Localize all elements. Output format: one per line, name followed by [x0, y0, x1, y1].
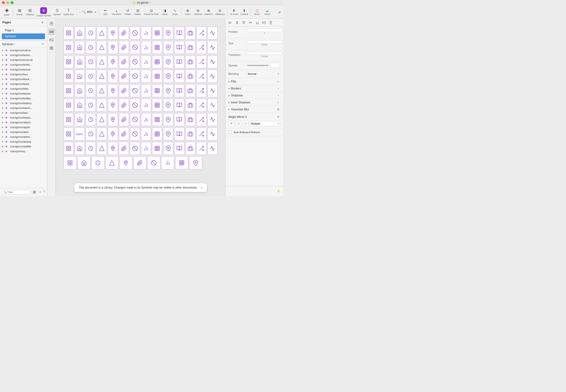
list-item[interactable]: ▶ ◈ icon/gizmo/book — [0, 82, 47, 86]
icon-cell[interactable] — [174, 127, 184, 140]
icon-cell[interactable] — [174, 98, 184, 112]
icon-cell[interactable] — [119, 113, 129, 126]
icon-cell[interactable] — [185, 127, 195, 140]
icon-cell[interactable] — [196, 84, 206, 97]
magic-mirror-select[interactable]: Multiple — [250, 121, 280, 126]
width-input[interactable] — [247, 40, 282, 43]
icon-cell[interactable] — [174, 142, 184, 155]
icon-cell[interactable] — [86, 127, 96, 140]
icon-cell[interactable] — [185, 55, 195, 68]
icon-cell[interactable] — [86, 41, 96, 54]
icon-cell[interactable] — [152, 142, 162, 155]
icon-cell[interactable] — [207, 70, 218, 83]
list-item[interactable]: ▶ ◈ icon/gizmo/broccoli — [0, 57, 47, 62]
add-page-button[interactable]: + — [40, 20, 44, 25]
list-item[interactable]: ▶ ◈ icon/gizmo/busin... — [0, 53, 47, 57]
fills-add-button[interactable]: + — [276, 80, 280, 84]
icon-cell[interactable] — [130, 142, 140, 155]
x-input[interactable] — [247, 29, 282, 32]
list-item[interactable]: ▶ ◈ icon/gizmo/alert — [0, 130, 47, 134]
icon-cell[interactable] — [75, 142, 85, 155]
icon-cell[interactable] — [196, 70, 206, 83]
canvas-panel-upload-icon[interactable] — [48, 20, 55, 27]
align-top-button[interactable] — [241, 20, 247, 26]
icon-cell[interactable] — [207, 41, 218, 54]
icon-cell[interactable] — [75, 70, 85, 83]
icon-cell[interactable] — [141, 55, 151, 68]
icon-cell[interactable] — [152, 70, 162, 83]
page-item-symbols[interactable]: Symbols — [2, 33, 45, 39]
icon-cell[interactable] — [207, 84, 218, 97]
icon-cell[interactable] — [207, 55, 218, 68]
icon-cell[interactable] — [174, 41, 184, 54]
icon-cell[interactable] — [108, 70, 118, 83]
notification-close-button[interactable]: × — [201, 186, 202, 190]
icon-cell[interactable] — [141, 70, 151, 83]
icon-cell[interactable] — [63, 113, 74, 126]
icon-cell[interactable] — [119, 142, 129, 155]
icon-cell[interactable] — [163, 41, 173, 54]
icon-cell[interactable] — [163, 27, 173, 40]
icon-cell[interactable] — [108, 98, 118, 112]
icon-cell[interactable] — [130, 113, 140, 126]
icon-cell[interactable] — [108, 55, 118, 68]
icon-cell[interactable] — [86, 84, 96, 97]
icon-cell[interactable] — [163, 84, 173, 97]
icon-cell[interactable] — [207, 27, 218, 40]
list-item[interactable]: ▶ ◈ icon/gizmo/book... — [0, 77, 47, 82]
gaussian-blur-toggle[interactable]: ▶ Gaussian Blur ⚙ — [225, 106, 283, 113]
list-item[interactable]: ▶ ◈ icon/gizmo/battery — [0, 101, 47, 106]
icon-cell[interactable] — [75, 55, 85, 68]
icon-cell[interactable] — [75, 84, 85, 97]
magic-mirror-flip-v-button[interactable]: ⬡ — [243, 121, 248, 126]
list-item[interactable]: ▶ ◈ icon/gizmo/backs... — [0, 115, 47, 120]
distribute-h-button[interactable] — [261, 20, 267, 26]
list-item[interactable]: ▶ ◈ icon/gizmo/calcul... — [0, 48, 47, 53]
icon-cell[interactable] — [130, 70, 140, 83]
icon-cell[interactable] — [119, 55, 129, 68]
icon-cell[interactable] — [185, 98, 195, 112]
icon-cell[interactable] — [141, 142, 151, 155]
icon-cell[interactable] — [119, 98, 129, 112]
icon-cell[interactable] — [63, 156, 76, 169]
icon-cell[interactable] — [63, 27, 74, 40]
icon-cell[interactable] — [97, 142, 107, 155]
icon-cell[interactable] — [152, 113, 162, 126]
icon-cell[interactable] — [152, 127, 162, 140]
align-middle-button[interactable] — [248, 20, 253, 26]
icon-cell[interactable] — [141, 98, 151, 112]
zoom-minus-button[interactable]: − — [78, 10, 82, 14]
icon-cell[interactable] — [86, 98, 96, 112]
filter-edit-button[interactable]: ✏ — [38, 190, 43, 195]
inner-shadows-add-button[interactable]: + — [276, 100, 280, 104]
icon-cell[interactable] — [108, 113, 118, 126]
transform-button[interactable]: ⟁ Transform — [111, 6, 122, 18]
icon-cell[interactable] — [207, 142, 218, 155]
icon-cell[interactable] — [152, 84, 162, 97]
list-item[interactable]: ▶ ◈ icon/gizmo/bezier — [0, 91, 47, 96]
icon-cell[interactable] — [97, 55, 107, 68]
icon-cell[interactable] — [141, 113, 151, 126]
icon-cell[interactable] — [196, 55, 206, 68]
icon-cell[interactable] — [130, 98, 140, 112]
list-item[interactable]: ▶ ◈ icon/gizmo/bike — [0, 86, 47, 91]
icon-cell[interactable] — [75, 41, 85, 54]
maximize-button[interactable] — [11, 1, 14, 4]
icon-cell[interactable] — [133, 156, 146, 169]
icon-cell[interactable] — [86, 142, 96, 155]
icon-cell[interactable] — [185, 84, 195, 97]
opacity-input[interactable] — [271, 63, 280, 68]
icon-cell[interactable] — [141, 84, 151, 97]
icon-cell[interactable] — [207, 113, 218, 126]
list-item[interactable]: ▶ ◈ icon/gizmo/apple — [0, 125, 47, 130]
zoom-magnifier-icon[interactable]: 🔍 — [82, 10, 86, 14]
icon-cell[interactable] — [63, 127, 74, 140]
icon-cell[interactable] — [119, 127, 129, 140]
subtract-button[interactable]: ⊖ Subtract — [193, 6, 203, 18]
icon-cell[interactable] — [185, 142, 195, 155]
gaussian-blur-add-button[interactable]: ⚙ — [276, 108, 280, 111]
lightning-button[interactable]: ⚡ — [275, 188, 281, 194]
borders-toggle[interactable]: ▶ Borders + — [225, 85, 283, 92]
icon-cell[interactable] — [174, 113, 184, 126]
icon-cell[interactable] — [75, 98, 85, 112]
